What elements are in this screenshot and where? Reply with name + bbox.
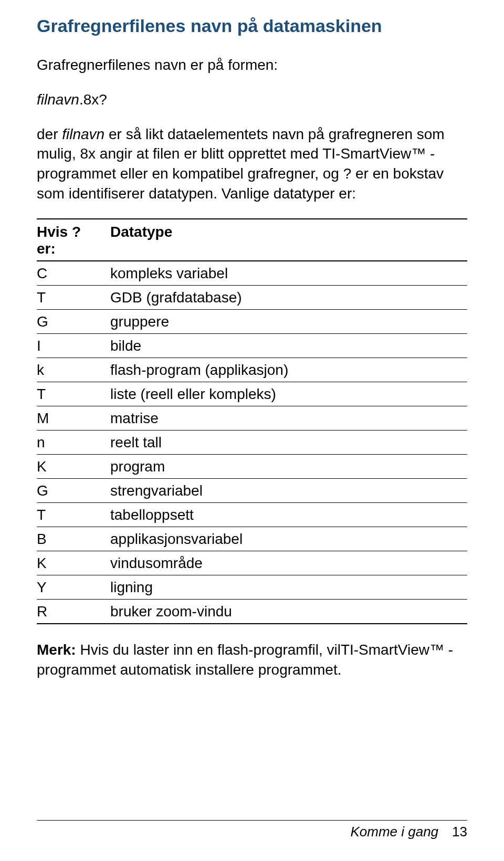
body-filnavn: filnavn	[62, 126, 104, 142]
datatype-table: Hvis ? er: Datatype Ckompleks variabelTG…	[37, 218, 467, 624]
body-pre: der	[37, 126, 62, 142]
row-code: C	[37, 261, 110, 286]
row-datatype: flash-program (applikasjon)	[110, 358, 467, 382]
table-row: Ckompleks variabel	[37, 261, 467, 286]
row-datatype: kompleks variabel	[110, 261, 467, 286]
row-datatype: program	[110, 454, 467, 478]
row-datatype: ligning	[110, 575, 467, 599]
row-code: k	[37, 358, 110, 382]
row-code: T	[37, 285, 110, 309]
filename-ext: .8x?	[79, 91, 107, 108]
row-datatype: bilde	[110, 333, 467, 358]
row-code: T	[37, 382, 110, 406]
section-heading: Grafregnerfilenes navn på datamaskinen	[37, 16, 467, 36]
row-datatype: GDB (grafdatabase)	[110, 285, 467, 309]
table-row: Ggruppere	[37, 309, 467, 333]
row-code: K	[37, 454, 110, 478]
row-code: B	[37, 527, 110, 551]
note-body: Hvis du laster inn en flash-programfil, …	[37, 642, 453, 678]
row-code: T	[37, 502, 110, 527]
table-row: Mmatrise	[37, 406, 467, 430]
row-datatype: tabelloppsett	[110, 502, 467, 527]
table-row: Tliste (reell eller kompleks)	[37, 382, 467, 406]
row-code: Y	[37, 575, 110, 599]
table-row: kflash-program (applikasjon)	[37, 358, 467, 382]
row-datatype: applikasjonsvariabel	[110, 527, 467, 551]
footer-page-number: 13	[452, 824, 467, 840]
intro-text: Grafregnerfilenes navn er på formen:	[37, 55, 467, 75]
filename-italic: filnavn	[37, 91, 79, 108]
filename-pattern: filnavn.8x?	[37, 90, 467, 110]
footer-title: Komme i gang	[350, 824, 438, 840]
row-code: G	[37, 309, 110, 333]
table-row: Yligning	[37, 575, 467, 599]
row-datatype: liste (reell eller kompleks)	[110, 382, 467, 406]
row-code: K	[37, 551, 110, 575]
table-row: Gstrengvariabel	[37, 478, 467, 502]
row-code: n	[37, 430, 110, 454]
header-left-l1: Hvis ?	[37, 224, 81, 240]
table-header-left: Hvis ? er:	[37, 219, 110, 261]
table-row: Ttabelloppsett	[37, 502, 467, 527]
table-row: Bapplikasjonsvariabel	[37, 527, 467, 551]
row-datatype: vindusområde	[110, 551, 467, 575]
row-datatype: bruker zoom-vindu	[110, 599, 467, 624]
table-row: Kvindusområde	[37, 551, 467, 575]
table-row: TGDB (grafdatabase)	[37, 285, 467, 309]
row-datatype: reelt tall	[110, 430, 467, 454]
table-row: Ibilde	[37, 333, 467, 358]
page-footer: Komme i gang 13	[37, 820, 467, 840]
header-left-l2: er:	[37, 240, 56, 257]
table-row: Kprogram	[37, 454, 467, 478]
note-label: Merk:	[37, 642, 76, 658]
explanation-text: der filnavn er så likt dataelementets na…	[37, 124, 467, 204]
row-code: R	[37, 599, 110, 624]
row-code: M	[37, 406, 110, 430]
row-code: I	[37, 333, 110, 358]
row-datatype: strengvariabel	[110, 478, 467, 502]
table-row: nreelt tall	[37, 430, 467, 454]
row-datatype: matrise	[110, 406, 467, 430]
row-code: G	[37, 478, 110, 502]
table-header-right: Datatype	[110, 219, 467, 261]
note-text: Merk: Hvis du laster inn en flash-progra…	[37, 640, 467, 680]
table-row: Rbruker zoom-vindu	[37, 599, 467, 624]
row-datatype: gruppere	[110, 309, 467, 333]
